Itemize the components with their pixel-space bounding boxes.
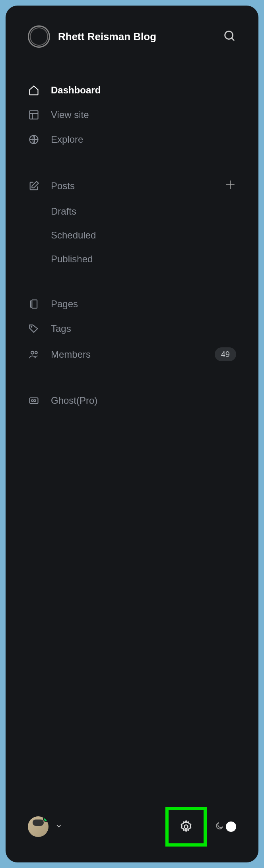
site-logo-icon xyxy=(28,25,50,48)
nav-posts-section: Posts Drafts Scheduled Published xyxy=(20,174,244,269)
tag-icon xyxy=(28,323,40,335)
layout-icon xyxy=(28,109,40,121)
footer-actions xyxy=(165,807,236,847)
nav-label: Posts xyxy=(51,180,75,192)
search-icon[interactable] xyxy=(223,29,236,44)
nav-label: Explore xyxy=(51,134,83,145)
nav-label: Dashboard xyxy=(51,85,101,96)
nav-published[interactable]: Published xyxy=(20,249,244,269)
nav-ghostpro-section: Ghost(Pro) xyxy=(20,390,244,411)
plus-icon[interactable] xyxy=(224,179,236,193)
card-icon xyxy=(28,395,40,407)
site-identity[interactable]: Rhett Reisman Blog xyxy=(28,25,156,48)
chevron-down-icon xyxy=(55,822,63,831)
moon-icon xyxy=(215,821,224,832)
svg-point-5 xyxy=(35,351,37,354)
svg-point-4 xyxy=(31,351,34,354)
members-icon xyxy=(28,349,40,360)
globe-icon xyxy=(28,134,40,145)
home-icon xyxy=(28,84,40,96)
footer xyxy=(20,807,244,847)
svg-point-9 xyxy=(184,825,188,829)
nav-scheduled[interactable]: Scheduled xyxy=(20,225,244,246)
settings-button[interactable] xyxy=(165,807,207,847)
site-title: Rhett Reisman Blog xyxy=(58,31,156,43)
pages-icon xyxy=(28,298,40,310)
theme-toggle[interactable] xyxy=(215,821,236,832)
nav-content-section: Pages Tags Members 49 xyxy=(20,293,244,366)
status-dot-online xyxy=(43,816,49,822)
user-menu[interactable] xyxy=(28,816,63,837)
svg-point-3 xyxy=(31,326,32,327)
nav-label: Tags xyxy=(51,323,71,334)
nav-view-site[interactable]: View site xyxy=(20,104,244,126)
svg-rect-1 xyxy=(30,111,38,119)
edit-icon xyxy=(28,180,40,192)
nav-explore[interactable]: Explore xyxy=(20,129,244,150)
nav-posts[interactable]: Posts xyxy=(20,174,244,198)
nav-label: View site xyxy=(51,109,89,120)
avatar xyxy=(28,816,49,837)
svg-point-7 xyxy=(31,400,33,402)
nav-members[interactable]: Members 49 xyxy=(20,343,244,366)
nav-drafts[interactable]: Drafts xyxy=(20,201,244,222)
nav-ghost-pro[interactable]: Ghost(Pro) xyxy=(20,390,244,411)
nav-label: Ghost(Pro) xyxy=(51,395,97,406)
sidebar-panel: Rhett Reisman Blog Dashboard View site E… xyxy=(6,6,258,862)
svg-point-8 xyxy=(34,400,36,402)
nav-dashboard[interactable]: Dashboard xyxy=(20,79,244,101)
toggle-knob xyxy=(226,822,236,832)
nav-label: Members xyxy=(51,349,91,360)
nav-pages[interactable]: Pages xyxy=(20,293,244,315)
nav-primary: Dashboard View site Explore xyxy=(20,79,244,150)
members-count-badge: 49 xyxy=(215,347,236,361)
nav-tags[interactable]: Tags xyxy=(20,318,244,339)
nav-label: Pages xyxy=(51,298,78,310)
gear-icon xyxy=(179,820,193,834)
header: Rhett Reisman Blog xyxy=(20,25,244,48)
